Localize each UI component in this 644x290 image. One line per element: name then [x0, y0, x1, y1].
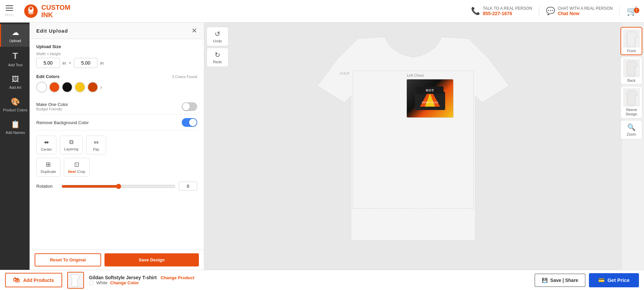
phone-icon: 📞: [471, 7, 480, 15]
rotation-label: Rotation: [36, 184, 58, 189]
talk-contact: 📞 TALK TO A REAL PERSON 855-227-1676: [464, 6, 539, 16]
sidebar-item-add-art[interactable]: 🖼 Add Art: [0, 71, 30, 94]
tshirt-container: Adult Left Chest HOT MONEY TALKS: [287, 32, 539, 261]
swatch-darkorange[interactable]: [87, 82, 98, 93]
right-panel: Front Back Sleeve Design 🔍 Zoom: [620, 27, 642, 139]
product-thumbnail: [67, 272, 84, 289]
center-icon: ⬌: [44, 139, 49, 146]
design-image[interactable]: HOT MONEY TALKS: [407, 79, 453, 117]
canvas-area: Adult Left Chest HOT MONEY TALKS: [204, 23, 622, 270]
edit-colors-label: Edit Colors: [36, 74, 59, 79]
left-chest-box[interactable]: Left Chest HOT MONEY TALKS: [406, 79, 454, 118]
change-color-link[interactable]: Change Color: [110, 280, 139, 285]
width-height-label: Width × Height: [36, 52, 197, 56]
logo-link[interactable]: CUSTOM INK: [18, 4, 75, 19]
logo-icon: [24, 4, 39, 19]
tools-section: ⬌ Center ⧉ Layering ⇔ Flip ⊞ Duplicate: [36, 136, 197, 177]
edit-panel: Edit Upload ✕ Upload Size Width × Height…: [30, 23, 204, 270]
close-button[interactable]: ✕: [191, 27, 197, 35]
rotation-slider[interactable]: [61, 184, 175, 189]
flip-label: Flip: [93, 147, 99, 151]
center-button[interactable]: ⬌ Center: [36, 136, 56, 154]
size-separator: ×: [69, 60, 71, 66]
panel-actions: Reset To Original Save Design: [30, 250, 204, 270]
art-icon: 🖼: [12, 75, 19, 84]
product-sub: White Change Color: [89, 280, 534, 285]
rotation-row: Rotation: [36, 182, 197, 191]
svg-text:MONEY TALKS: MONEY TALKS: [422, 101, 438, 104]
sidebar: ☁ Upload T Add Text 🖼 Add Art 🎨 Product …: [0, 23, 30, 270]
adult-label: Adult: [339, 71, 349, 76]
make-one-color-toggle[interactable]: [182, 102, 197, 111]
make-one-color-row: Make One Color Budget Friendly: [36, 99, 197, 115]
chat-now-link[interactable]: Chat Now: [558, 11, 613, 16]
center-label: Center: [41, 147, 52, 151]
save-design-button[interactable]: Save Design: [104, 253, 199, 266]
height-input[interactable]: [74, 58, 97, 68]
swatch-orange[interactable]: [49, 82, 60, 93]
sidebar-item-add-text[interactable]: T Add Text: [0, 47, 30, 71]
reset-button[interactable]: Reset To Original: [35, 253, 101, 266]
sleeve-label: Sleeve Design: [622, 108, 640, 116]
flip-button[interactable]: ⇔ Flip: [86, 136, 106, 154]
colors-header: Edit Colors 3 Colors Found: [36, 74, 197, 79]
duplicate-button[interactable]: ⊞ Duplicate: [36, 158, 60, 177]
bottom-right: 💾 Save | Share 💳 Get Price: [534, 273, 639, 287]
save-share-button[interactable]: 💾 Save | Share: [534, 274, 586, 287]
zoom-label: Zoom: [627, 132, 636, 136]
remove-bg-label: Remove Background Color: [36, 120, 89, 125]
get-price-button[interactable]: 💳 Get Price: [589, 273, 639, 287]
make-one-color-info: Make One Color Budget Friendly: [36, 102, 68, 111]
zoom-button[interactable]: 🔍 Zoom: [620, 120, 642, 139]
height-unit: in: [100, 61, 103, 66]
text-icon: T: [13, 51, 18, 61]
front-label: Front: [627, 49, 636, 53]
panel-header: Edit Upload ✕: [30, 23, 204, 39]
bottom-bar: 🛍 Add Products Gildan Softstyle Jersey T…: [0, 270, 644, 290]
duplicate-icon: ⊞: [46, 161, 51, 168]
swatch-black[interactable]: [62, 82, 73, 93]
undo-icon: ↺: [215, 30, 220, 38]
duplicate-label: Duplicate: [41, 170, 56, 174]
crop-button[interactable]: ⊡ New! Crop: [64, 158, 90, 177]
swatch-yellow[interactable]: [75, 82, 85, 93]
colors-icon: 🎨: [11, 98, 20, 106]
add-products-button[interactable]: 🛍 Add Products: [5, 273, 62, 287]
sidebar-item-product-colors[interactable]: 🎨 Product Colors: [0, 94, 30, 116]
toggle-thumb: [182, 103, 190, 110]
left-chest-label: Left Chest: [407, 73, 424, 77]
sidebar-item-add-names[interactable]: 📋 Add Names: [0, 116, 30, 139]
add-products-icon: 🛍: [13, 276, 20, 284]
sidebar-item-upload-label: Upload: [9, 39, 21, 43]
remove-bg-toggle[interactable]: [182, 118, 197, 127]
hamburger-icon: [6, 10, 13, 11]
sidebar-item-upload[interactable]: ☁ Upload: [0, 24, 30, 47]
width-input[interactable]: [36, 58, 60, 68]
front-view-button[interactable]: Front: [620, 27, 642, 55]
change-product-link[interactable]: Change Product: [161, 275, 194, 280]
color-swatches: ›: [36, 82, 197, 93]
redo-icon: ↻: [215, 51, 220, 59]
sleeve-view-button[interactable]: Sleeve Design: [620, 86, 642, 118]
product-color-dot: [89, 281, 94, 285]
budget-friendly-label: Budget Friendly: [36, 107, 68, 111]
remove-bg-row: Remove Background Color: [36, 115, 197, 131]
product-color-name: White: [96, 280, 108, 285]
rotation-input[interactable]: [179, 182, 197, 191]
add-products-label: Add Products: [23, 278, 54, 283]
menu-button[interactable]: Menu: [0, 0, 18, 23]
undo-button[interactable]: ↺ Undo: [207, 27, 228, 46]
header: Menu CUSTOM INK 📞 TALK TO A REAL PERSON …: [0, 0, 644, 23]
more-colors-button[interactable]: ›: [100, 84, 102, 91]
save-share-label: Save | Share: [550, 278, 578, 283]
layering-label: Layering: [64, 147, 78, 151]
layering-button[interactable]: ⧉ Layering: [60, 136, 83, 154]
edit-colors-section: Edit Colors 3 Colors Found ›: [36, 74, 197, 93]
swatch-white[interactable]: [36, 82, 47, 93]
tools-row-2: ⊞ Duplicate ⊡ New! Crop: [36, 158, 197, 177]
logo-text: CUSTOM INK: [41, 4, 70, 19]
redo-button[interactable]: ↻ Redo: [207, 48, 228, 67]
cart-button[interactable]: 🛒 1: [620, 6, 644, 16]
back-view-button[interactable]: Back: [620, 57, 642, 84]
back-label: Back: [627, 78, 635, 82]
